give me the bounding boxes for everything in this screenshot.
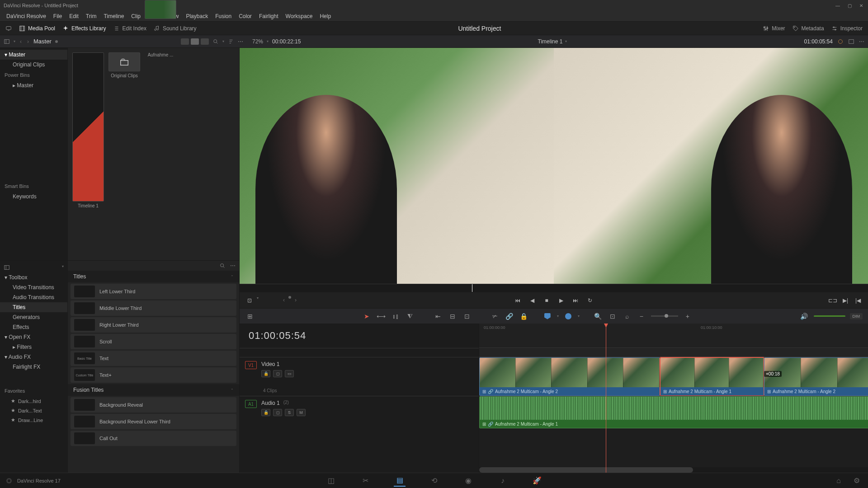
track-disable-button[interactable]: ◻	[273, 409, 282, 416]
smart-bins-header[interactable]: Smart Bins	[0, 181, 67, 192]
titles-section-header[interactable]: Titles⌃	[68, 271, 239, 282]
fx-audiofx[interactable]: ▾ Audio FX	[0, 352, 67, 362]
fx-effects[interactable]: Effects	[0, 322, 67, 332]
fairlight-page-tab[interactable]: ♪	[497, 475, 509, 487]
menu-fusion[interactable]: Fusion	[212, 12, 235, 20]
track-lock-button[interactable]: 🔒	[261, 370, 270, 377]
menu-trim[interactable]: Trim	[82, 12, 100, 20]
sort-icon[interactable]	[228, 38, 234, 45]
viewer-scrubber[interactable]	[240, 284, 868, 292]
inout-button[interactable]: ⊏⊐	[828, 296, 837, 305]
breadcrumb[interactable]: Master	[33, 38, 52, 45]
play-button[interactable]: ▶	[557, 296, 566, 305]
video-clip-1[interactable]: ⊞ 🔗 Aufnahme 2 Multicam - Angle 2	[479, 357, 660, 396]
sidebar-toggle-icon[interactable]	[4, 38, 10, 45]
link-button[interactable]: 🔗	[505, 311, 514, 321]
last-frame-button[interactable]: ⏭	[571, 296, 580, 305]
fav-dark-third[interactable]: ★ Dark...hird	[0, 396, 67, 406]
fx-filters[interactable]: ▸ Filters	[0, 342, 67, 352]
zoom-slider[interactable]	[651, 315, 678, 317]
track-lock-button[interactable]: 🔒	[261, 409, 270, 416]
clip-thumb-timeline1[interactable]: Timeline 1	[72, 52, 104, 208]
color-page-tab[interactable]: ◉	[462, 475, 474, 487]
search-icon[interactable]	[212, 38, 219, 45]
chevron-down-icon[interactable]: ▾	[62, 264, 64, 271]
options-icon[interactable]: ⋯	[238, 38, 243, 45]
selection-tool[interactable]: ➤	[362, 311, 372, 321]
menu-timeline[interactable]: Timeline	[100, 12, 127, 20]
list-view-button[interactable]	[201, 38, 209, 45]
chevron-down-icon[interactable]: ▾	[565, 39, 567, 43]
edit-page-tab[interactable]: ▤	[394, 475, 406, 487]
solo-button[interactable]: S	[285, 409, 294, 416]
power-bins-header[interactable]: Power Bins	[0, 70, 67, 80]
multicam-angle-2[interactable]	[554, 48, 868, 284]
scrollbar-thumb[interactable]	[479, 467, 693, 473]
search-icon[interactable]	[219, 263, 226, 269]
chevron-down-icon[interactable]: ▾	[578, 314, 580, 318]
single-viewer-icon[interactable]	[848, 38, 854, 45]
scrubber-playhead[interactable]	[472, 284, 472, 292]
fav-draw-line[interactable]: ★ Draw...Line	[0, 415, 67, 425]
replace-button[interactable]: ⊡	[462, 311, 472, 321]
match-frame-button[interactable]: ⊡	[245, 296, 254, 305]
smart-bin-keywords[interactable]: Keywords	[0, 192, 67, 202]
timeline-tracks[interactable]: 01:00:00:00 01:00:10:00 01:00:20:00 ⊞ 🔗 …	[479, 324, 868, 473]
menu-fairlight[interactable]: Fairlight	[255, 12, 282, 20]
bin-master[interactable]: ▾ Master	[0, 50, 67, 60]
video-clip-2[interactable]: ⊞ Aufnahme 2 Multicam - Angle 1	[660, 357, 764, 396]
home-button[interactable]: ⌂	[833, 475, 844, 487]
fx-item-scroll[interactable]: Scroll	[71, 334, 236, 349]
cut-page-tab[interactable]: ✂	[359, 475, 371, 487]
bin-power-master[interactable]: ▸ Master	[0, 80, 67, 90]
dim-button[interactable]: DIM	[850, 313, 863, 319]
fx-video-transitions[interactable]: Video Transitions	[0, 282, 67, 292]
bypass-icon[interactable]	[837, 38, 844, 45]
fx-item-background-reveal[interactable]: Background Reveal	[71, 397, 236, 413]
fav-dark-text[interactable]: ★ Dark...Text	[0, 406, 67, 415]
metadata-button[interactable]: Metadata	[793, 25, 824, 32]
audio-track-header[interactable]: A1 Audio 1(2) 🔒 ◻ S M	[240, 396, 479, 428]
close-button[interactable]: ✕	[858, 2, 864, 9]
viewer-display[interactable]	[240, 48, 868, 284]
options-icon[interactable]: ⋯	[859, 38, 864, 45]
dynamic-trim-tool[interactable]: ⫾⫿	[391, 311, 401, 321]
a1-tag[interactable]: A1	[245, 400, 257, 408]
thumbnail-view-button[interactable]	[191, 38, 199, 45]
detail-zoom-button[interactable]: ⊡	[608, 311, 618, 321]
inspector-button[interactable]: Inspector	[831, 25, 863, 32]
menu-color[interactable]: Color	[235, 12, 255, 20]
fusion-page-tab[interactable]: ⟲	[428, 475, 440, 487]
chevron-down-icon[interactable]: ▾	[222, 39, 224, 43]
chevron-down-icon[interactable]: ▾	[557, 314, 559, 318]
timeline-name-dropdown[interactable]: Timeline 1	[538, 38, 563, 45]
nav-forward-button[interactable]: ›	[26, 38, 30, 46]
chevron-down-icon[interactable]: ▾	[267, 39, 269, 43]
zoom-preset-button[interactable]: 🔍	[593, 311, 603, 321]
timeline-playhead[interactable]	[606, 324, 606, 473]
deliver-page-tab[interactable]: 🚀	[531, 475, 543, 487]
fx-toolbox[interactable]: ▾ Toolbox	[0, 272, 67, 282]
fx-item-background-reveal-lower-third[interactable]: Background Reveal Lower Third	[71, 414, 236, 429]
clip-thumb-aufnahme[interactable]: Aufnahme ...	[145, 52, 176, 208]
chevron-down-icon[interactable]: ▾	[14, 39, 15, 43]
menu-clip[interactable]: Clip	[127, 12, 144, 20]
menu-playback[interactable]: Playback	[182, 12, 212, 20]
fx-titles[interactable]: Titles	[0, 302, 67, 312]
metadata-view-button[interactable]	[181, 38, 189, 45]
menu-file[interactable]: File	[50, 12, 66, 20]
fx-generators[interactable]: Generators	[0, 312, 67, 322]
fx-openfx[interactable]: ▾ Open FX	[0, 332, 67, 342]
marker-button[interactable]	[563, 311, 573, 321]
fullscreen-button[interactable]	[5, 25, 12, 32]
marker-flag[interactable]	[542, 311, 552, 321]
audio-clip-1[interactable]: ⊞ 🔗 Aufnahme 2 Multicam - Angle 1	[479, 396, 868, 428]
insert-button[interactable]: ⇤	[433, 311, 443, 321]
menu-workspace[interactable]: Workspace	[282, 12, 316, 20]
maximize-button[interactable]: ▢	[846, 2, 853, 9]
fx-item-call-out[interactable]: Call Out	[71, 431, 236, 446]
blade-tool[interactable]: ⧨	[405, 311, 415, 321]
next-button[interactable]: ▶|	[841, 296, 850, 305]
track-disable-button[interactable]: ◻	[273, 370, 282, 377]
edit-index-button[interactable]: Edit Index	[113, 25, 146, 32]
